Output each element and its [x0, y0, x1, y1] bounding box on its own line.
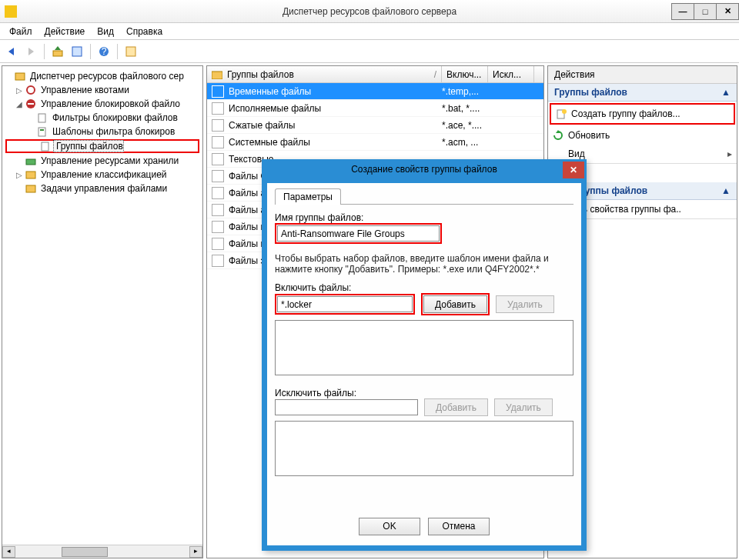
- classification-icon: [25, 169, 37, 180]
- menu-help[interactable]: Справка: [120, 25, 169, 38]
- include-remove-button[interactable]: Удалить: [496, 295, 554, 313]
- file-icon: [212, 255, 224, 267]
- column-header-include[interactable]: Включ...: [442, 66, 488, 82]
- toolbar: ?: [0, 40, 739, 63]
- tree-templates[interactable]: Шаблоны фильтра блокиров: [4, 125, 201, 138]
- action-refresh[interactable]: Обновить: [548, 126, 737, 145]
- scroll-right-button[interactable]: ▸: [189, 546, 202, 558]
- svg-rect-2: [53, 51, 62, 56]
- list-row[interactable]: Системные файлы*.acm, ...: [207, 134, 543, 151]
- tree-tasks[interactable]: Задачи управления файлами: [4, 182, 201, 195]
- scroll-left-button[interactable]: ◂: [2, 546, 15, 558]
- include-label: Включить файлы:: [275, 282, 573, 293]
- include-add-button[interactable]: Добавить: [423, 295, 487, 313]
- file-icon: [212, 153, 224, 165]
- row-label: Временные файлы: [229, 86, 311, 97]
- window-title: Диспетчер ресурсов файлового сервера: [283, 6, 456, 17]
- properties-button[interactable]: [69, 43, 85, 60]
- svg-point-9: [27, 86, 35, 94]
- tasks-icon: [25, 183, 37, 194]
- create-file-group-dialog: Создание свойств группы файлов ✕ Парамет…: [262, 159, 587, 551]
- svg-rect-8: [15, 73, 25, 80]
- column-header-group[interactable]: Группы файлов /: [207, 66, 442, 82]
- scroll-thumb[interactable]: [62, 547, 108, 557]
- list-row[interactable]: Исполняемые файлы*.bat, *....: [207, 100, 543, 117]
- tree-filters[interactable]: Фильтры блокировки файлов: [4, 111, 201, 125]
- tree-storage[interactable]: Управление ресурсами хранили: [4, 154, 201, 168]
- collapse-icon: ▲: [721, 87, 731, 98]
- group-name-input[interactable]: [277, 225, 440, 242]
- tab-parameters[interactable]: Параметры: [275, 188, 341, 205]
- up-button[interactable]: [49, 43, 66, 60]
- toolbar-separator: [90, 44, 91, 59]
- file-icon: [212, 136, 224, 148]
- svg-text:?: ?: [102, 46, 107, 57]
- maximize-button[interactable]: □: [694, 3, 717, 20]
- list-row[interactable]: Временные файлы*.temp,...: [207, 83, 543, 100]
- include-pattern-input[interactable]: [277, 296, 413, 312]
- menu-view[interactable]: Вид: [91, 25, 120, 38]
- row-label: Системные файлы: [229, 137, 310, 148]
- column-header-exclude[interactable]: Искл...: [488, 66, 534, 82]
- dialog-title: Создание свойств группы файлов: [351, 164, 497, 175]
- collapse-icon: ▲: [721, 185, 731, 196]
- row-include: *.temp,...: [442, 86, 488, 97]
- action-create-group[interactable]: Создать группу файлов...: [550, 103, 735, 125]
- exclude-add-button[interactable]: Добавить: [424, 398, 488, 416]
- include-listbox[interactable]: [275, 320, 573, 375]
- name-label: Имя группы файлов:: [275, 212, 573, 223]
- quota-icon: [25, 85, 37, 95]
- row-include: *.bat, *....: [442, 103, 488, 114]
- tree-quota[interactable]: ▷Управление квотами: [4, 83, 201, 97]
- dialog-close-button[interactable]: ✕: [563, 162, 584, 178]
- row-include: *.acm, ...: [442, 137, 488, 148]
- server-icon: [14, 71, 26, 82]
- menu-action[interactable]: Действие: [38, 25, 92, 38]
- svg-rect-18: [26, 185, 35, 192]
- svg-rect-11: [28, 103, 34, 105]
- block-icon: [25, 98, 37, 109]
- tree-root[interactable]: Диспетчер ресурсов файлового сер: [4, 69, 201, 83]
- cancel-button[interactable]: Отмена: [428, 518, 490, 535]
- svg-point-21: [562, 109, 567, 114]
- close-button[interactable]: ✕: [716, 3, 739, 20]
- tree-classification[interactable]: ▷Управление классификацией: [4, 168, 201, 182]
- svg-rect-19: [212, 72, 222, 79]
- actions-section-file-groups[interactable]: Группы файлов ▲: [548, 84, 737, 102]
- help-button[interactable]: ?: [95, 43, 112, 60]
- exclude-pattern-input[interactable]: [275, 399, 418, 415]
- list-button[interactable]: [122, 43, 139, 60]
- tree-blocking[interactable]: ◢Управление блокировкой файло: [4, 97, 201, 111]
- forward-button[interactable]: [22, 43, 39, 60]
- tree-groups[interactable]: Группы файлов: [5, 139, 199, 153]
- file-icon: [212, 170, 224, 182]
- ok-button[interactable]: OK: [359, 518, 420, 535]
- actions-header: Действия: [548, 66, 737, 84]
- menu-file[interactable]: Файл: [3, 25, 38, 38]
- exclude-remove-button[interactable]: Удалить: [494, 398, 553, 416]
- svg-marker-1: [28, 48, 34, 55]
- app-icon: [5, 5, 17, 18]
- svg-rect-13: [38, 128, 45, 136]
- svg-marker-3: [55, 46, 61, 50]
- filter-icon: [36, 112, 48, 123]
- exclude-listbox[interactable]: [275, 421, 573, 476]
- tree-scrollbar-horizontal[interactable]: ◂ ▸: [2, 545, 202, 558]
- folder-icon: [212, 70, 222, 79]
- file-icon: [212, 102, 224, 115]
- template-icon: [36, 126, 48, 137]
- chevron-right-icon: ▸: [727, 148, 732, 159]
- dialog-titlebar[interactable]: Создание свойств группы файлов ✕: [262, 160, 586, 183]
- svg-rect-7: [126, 47, 135, 56]
- svg-marker-0: [8, 48, 14, 55]
- file-icon: [212, 119, 224, 132]
- row-include: *.ace, *....: [442, 120, 488, 131]
- file-icon: [212, 187, 224, 199]
- file-icon: [212, 221, 224, 233]
- refresh-icon: [553, 130, 564, 142]
- new-icon: [556, 108, 567, 120]
- list-row[interactable]: Сжатые файлы*.ace, *....: [207, 117, 543, 134]
- minimize-button[interactable]: —: [671, 3, 694, 20]
- back-button[interactable]: [3, 43, 20, 60]
- svg-rect-12: [38, 114, 45, 122]
